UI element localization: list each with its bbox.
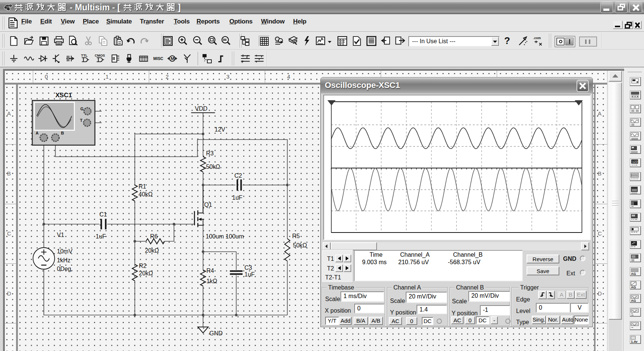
- svg-text:100um 100um: 100um 100um: [206, 233, 244, 240]
- svg-text:R5: R5: [292, 233, 300, 239]
- svg-text:20kΩ: 20kΩ: [145, 247, 159, 254]
- svg-text:XSC1: XSC1: [56, 92, 72, 99]
- svg-text:1kΩ: 1kΩ: [207, 278, 217, 284]
- svg-text:0Deg.: 0Deg.: [57, 266, 73, 272]
- svg-text:VDD: VDD: [195, 105, 208, 112]
- svg-text:G: G: [81, 107, 84, 111]
- svg-text:10mV: 10mV: [57, 248, 73, 254]
- svg-text:R4: R4: [207, 268, 214, 274]
- svg-text:R2: R2: [139, 263, 147, 269]
- svg-text:B: B: [61, 131, 64, 135]
- svg-text:12V: 12V: [215, 126, 226, 133]
- svg-text:50kΩ: 50kΩ: [293, 242, 307, 249]
- svg-text:50kΩ: 50kΩ: [206, 164, 220, 170]
- svg-text:C2: C2: [235, 173, 242, 179]
- svg-text:R1: R1: [139, 183, 147, 190]
- svg-text:1uF: 1uF: [245, 271, 255, 278]
- svg-text:40kΩ: 40kΩ: [139, 191, 153, 197]
- svg-text:20kΩ: 20kΩ: [139, 270, 153, 276]
- svg-text:C1: C1: [100, 211, 107, 218]
- svg-text:V1: V1: [57, 232, 65, 238]
- svg-text:GND: GND: [210, 330, 223, 336]
- svg-text:Q1: Q1: [204, 202, 212, 208]
- svg-text:1uF: 1uF: [96, 233, 106, 240]
- svg-text:1uF: 1uF: [232, 195, 243, 201]
- svg-text:T: T: [80, 118, 83, 123]
- svg-text:1kHz: 1kHz: [57, 257, 70, 263]
- svg-text:C3: C3: [245, 265, 252, 271]
- svg-text:A: A: [36, 131, 39, 135]
- svg-text:R3: R3: [206, 150, 214, 156]
- svg-text:R6: R6: [150, 233, 158, 240]
